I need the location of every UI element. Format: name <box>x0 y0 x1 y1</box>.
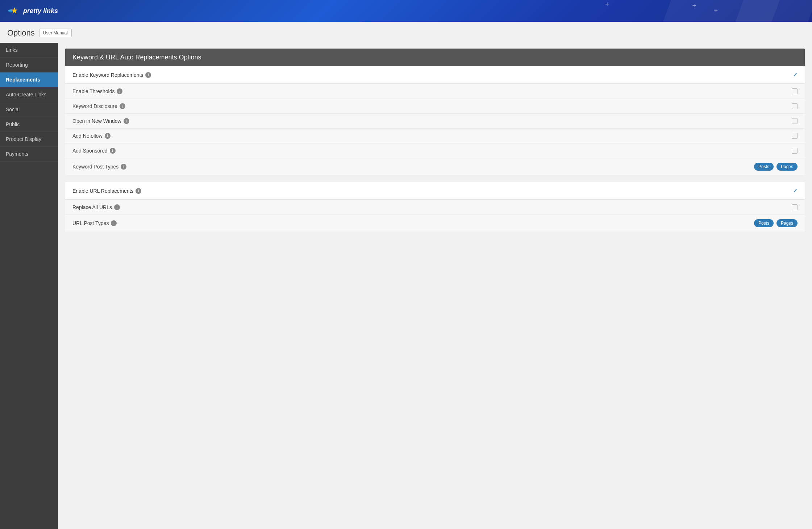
keyword-disclosure-label: Keyword Disclosure i <box>72 103 792 109</box>
keyword-disclosure-info-icon[interactable]: i <box>120 103 125 109</box>
sidebar-item-payments[interactable]: Payments <box>0 147 58 162</box>
url-post-types-pages-tag[interactable]: Pages <box>776 219 798 227</box>
keyword-post-types-label: Keyword Post Types i <box>72 164 754 170</box>
logo-icon <box>7 4 20 17</box>
url-post-types-row: URL Post Types i Posts Pages <box>65 215 805 232</box>
enable-keyword-replacements-check: ✓ <box>793 71 798 78</box>
replace-all-urls-checkbox[interactable] <box>792 204 798 210</box>
enable-url-replacements-row: Enable URL Replacements i ✓ <box>65 182 805 200</box>
url-post-types-control: Posts Pages <box>754 219 798 227</box>
open-in-new-window-info-icon[interactable]: i <box>124 118 129 124</box>
deco-star-3: + <box>714 7 718 15</box>
enable-keyword-replacements-label: Enable Keyword Replacements i <box>72 72 793 78</box>
sidebar-item-replacements[interactable]: Replacements <box>0 72 58 87</box>
add-sponsored-row: Add Sponsored i <box>65 143 805 158</box>
add-sponsored-label: Add Sponsored i <box>72 148 792 154</box>
url-sub-section: Replace All URLs i URL Post Types i Post… <box>65 200 805 232</box>
deco-star-2: + <box>605 1 609 8</box>
replace-all-urls-row: Replace All URLs i <box>65 200 805 215</box>
enable-keyword-replacements-row: Enable Keyword Replacements i ✓ <box>65 66 805 84</box>
keyword-disclosure-checkbox[interactable] <box>792 103 798 109</box>
keyword-disclosure-control <box>792 103 798 109</box>
open-in-new-window-label: Open in New Window i <box>72 118 792 124</box>
add-nofollow-row: Add Nofollow i <box>65 129 805 143</box>
add-sponsored-info-icon[interactable]: i <box>110 148 116 154</box>
enable-keyword-replacements-info-icon[interactable]: i <box>145 72 151 78</box>
header: pretty links + + + <box>0 0 812 22</box>
sidebar-item-auto-create-links[interactable]: Auto-Create Links <box>0 87 58 102</box>
logo-area: pretty links <box>7 4 58 17</box>
page-header: Options User Manual <box>0 22 812 43</box>
keyword-disclosure-row: Keyword Disclosure i <box>65 99 805 114</box>
url-post-types-posts-tag[interactable]: Posts <box>754 219 774 227</box>
keyword-post-types-pages-tag[interactable]: Pages <box>776 163 798 171</box>
replace-all-urls-control <box>792 204 798 210</box>
add-nofollow-label: Add Nofollow i <box>72 133 792 139</box>
replace-all-urls-label: Replace All URLs i <box>72 204 792 210</box>
keyword-post-types-posts-tag[interactable]: Posts <box>754 163 774 171</box>
add-sponsored-control <box>792 148 798 154</box>
page-wrapper: Options User Manual Links Reporting Repl… <box>0 22 812 529</box>
section-header: Keyword & URL Auto Replacements Options <box>65 49 805 66</box>
open-in-new-window-row: Open in New Window i <box>65 114 805 129</box>
add-nofollow-info-icon[interactable]: i <box>105 133 111 139</box>
add-nofollow-checkbox[interactable] <box>792 133 798 139</box>
add-sponsored-checkbox[interactable] <box>792 148 798 154</box>
enable-thresholds-checkbox[interactable] <box>792 88 798 94</box>
sidebar-item-product-display[interactable]: Product Display <box>0 132 58 147</box>
section-spacer <box>65 175 805 182</box>
keyword-post-types-info-icon[interactable]: i <box>121 164 126 170</box>
user-manual-button[interactable]: User Manual <box>39 29 72 37</box>
url-post-types-label: URL Post Types i <box>72 220 754 226</box>
replace-all-urls-info-icon[interactable]: i <box>114 204 120 210</box>
enable-thresholds-row: Enable Thresholds i <box>65 84 805 99</box>
sidebar-item-public[interactable]: Public <box>0 117 58 132</box>
enable-url-replacements-info-icon[interactable]: i <box>136 188 141 194</box>
keyword-sub-section: Enable Thresholds i Keyword Disclosure i <box>65 84 805 175</box>
sidebar-item-social[interactable]: Social <box>0 102 58 117</box>
logo-text: pretty links <box>23 7 58 15</box>
enable-thresholds-info-icon[interactable]: i <box>117 88 122 94</box>
content-area: Links Reporting Replacements Auto-Create… <box>0 43 812 529</box>
main-content: Keyword & URL Auto Replacements Options … <box>58 43 812 529</box>
add-nofollow-control <box>792 133 798 139</box>
page-title: Options <box>7 28 35 38</box>
sidebar: Links Reporting Replacements Auto-Create… <box>0 43 58 529</box>
keyword-post-types-control: Posts Pages <box>754 163 798 171</box>
open-in-new-window-checkbox[interactable] <box>792 118 798 124</box>
url-post-types-info-icon[interactable]: i <box>111 220 117 226</box>
sidebar-item-links[interactable]: Links <box>0 43 58 58</box>
deco-star-1: + <box>692 2 696 10</box>
open-in-new-window-control <box>792 118 798 124</box>
enable-url-replacements-label: Enable URL Replacements i <box>72 188 793 194</box>
sidebar-item-reporting[interactable]: Reporting <box>0 58 58 72</box>
enable-url-replacements-check: ✓ <box>793 187 798 194</box>
keyword-post-types-row: Keyword Post Types i Posts Pages <box>65 158 805 175</box>
enable-thresholds-control <box>792 88 798 94</box>
enable-thresholds-label: Enable Thresholds i <box>72 88 792 94</box>
